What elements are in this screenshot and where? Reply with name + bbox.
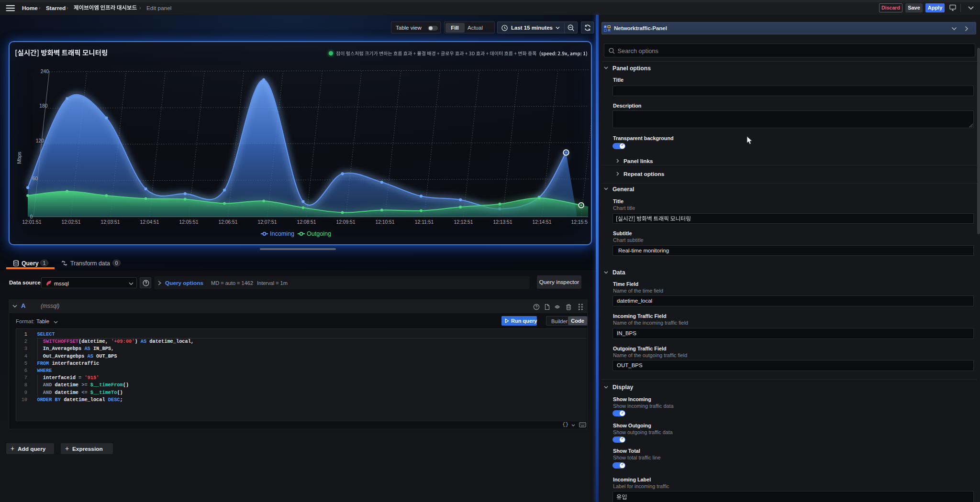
svg-text:12:01:51: 12:01:51 [22,219,41,225]
svg-text:12:13:51: 12:13:51 [493,219,512,225]
svg-text:12:04:51: 12:04:51 [140,219,159,225]
svg-text:12:12:51: 12:12:51 [454,219,473,225]
svg-text:12:03:51: 12:03:51 [100,219,120,225]
svg-text:120: 120 [36,138,44,143]
svg-text:12:11:51: 12:11:51 [415,219,434,225]
svg-text:12:10:51: 12:10:51 [375,219,394,225]
svg-text:12:06:51: 12:06:51 [218,219,237,225]
svg-text:12:15:5: 12:15:5 [571,219,588,225]
svg-text:12:14:51: 12:14:51 [532,219,551,225]
svg-text:12:08:51: 12:08:51 [297,219,316,225]
svg-text:Mbps: Mbps [16,152,22,164]
svg-text:240: 240 [41,69,49,74]
svg-text:Outgoing: Outgoing [307,230,331,237]
svg-text:12:02:51: 12:02:51 [61,219,80,225]
svg-text:Incoming: Incoming [270,230,294,237]
svg-text:60: 60 [33,176,38,181]
svg-text:12:07:51: 12:07:51 [257,219,277,225]
svg-text:12:09:51: 12:09:51 [336,219,355,225]
svg-text:180: 180 [39,103,47,109]
svg-text:12:05:51: 12:05:51 [179,219,198,225]
